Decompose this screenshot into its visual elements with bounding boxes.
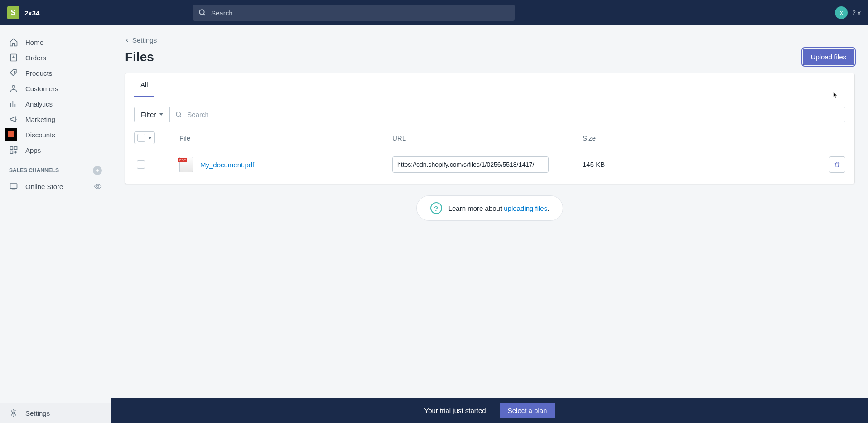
search-icon	[198, 9, 207, 17]
sidebar: Home Orders Products Customers	[0, 25, 111, 423]
sidebar-item-label: Online Store	[25, 183, 63, 190]
svg-line-1	[203, 14, 205, 15]
sidebar-item-label: Apps	[25, 146, 41, 154]
global-search-input[interactable]	[211, 9, 509, 17]
chevron-down-icon	[148, 137, 152, 139]
file-url-input[interactable]	[392, 156, 549, 173]
sidebar-item-online-store[interactable]: Online Store	[0, 179, 111, 194]
sidebar-item-label: Discounts	[25, 131, 55, 139]
column-header-size: Size	[583, 134, 664, 142]
global-search[interactable]	[193, 5, 515, 21]
main-content: Settings Files Upload files All Filter	[111, 25, 868, 423]
chevron-left-icon	[125, 37, 130, 44]
sidebar-item-label: Marketing	[25, 116, 55, 123]
column-header-file: File	[179, 134, 392, 142]
online-store-icon	[9, 182, 18, 191]
breadcrumb[interactable]: Settings	[125, 36, 854, 44]
filter-label: Filter	[141, 111, 156, 118]
analytics-icon	[9, 99, 18, 108]
sidebar-item-label: Orders	[25, 54, 46, 62]
svg-point-4	[12, 85, 15, 88]
sidebar-item-analytics[interactable]: Analytics	[0, 96, 111, 112]
eye-icon	[94, 182, 102, 190]
help-text: Learn more about uploading files.	[448, 204, 550, 212]
tabs: All	[125, 73, 854, 97]
trial-text: Your trial just started	[424, 407, 486, 414]
svg-line-18	[180, 116, 181, 117]
sidebar-item-customers[interactable]: Customers	[0, 81, 111, 96]
svg-rect-8	[10, 147, 13, 150]
sidebar-item-apps[interactable]: Apps	[0, 142, 111, 158]
search-icon	[175, 111, 183, 118]
apps-icon	[9, 146, 18, 155]
table-row: My_document.pdf 145 KB	[125, 150, 854, 184]
upload-files-button[interactable]: Upload files	[803, 49, 854, 65]
svg-point-16	[13, 412, 15, 414]
table-header: File URL Size	[125, 122, 854, 150]
home-icon	[9, 38, 18, 47]
sidebar-item-label: Home	[25, 39, 43, 46]
file-name-link[interactable]: My_document.pdf	[200, 161, 254, 169]
column-header-url: URL	[392, 134, 583, 142]
trial-bar: Your trial just started Select a plan	[111, 398, 868, 423]
trash-icon	[834, 160, 841, 169]
avatar[interactable]: x	[835, 6, 848, 19]
delete-file-button[interactable]	[829, 156, 845, 173]
svg-rect-9	[14, 147, 17, 150]
products-icon	[9, 68, 18, 78]
help-link[interactable]: uploading files	[504, 204, 547, 212]
sidebar-item-label: Analytics	[25, 100, 53, 108]
filter-search[interactable]	[170, 107, 845, 122]
record-indicator-icon	[5, 128, 17, 141]
customers-icon	[9, 84, 18, 93]
sidebar-item-orders[interactable]: Orders	[0, 50, 111, 65]
svg-rect-13	[10, 184, 17, 188]
svg-point-0	[199, 10, 204, 15]
select-plan-button[interactable]: Select a plan	[500, 403, 555, 418]
sidebar-section-sales-channels: SALES CHANNELS	[0, 158, 111, 179]
gear-icon	[9, 408, 18, 418]
sidebar-item-home[interactable]: Home	[0, 34, 111, 50]
tab-all[interactable]: All	[134, 73, 154, 97]
sidebar-item-settings[interactable]: Settings	[0, 403, 111, 423]
marketing-icon	[9, 115, 18, 124]
breadcrumb-label: Settings	[132, 36, 157, 44]
row-checkbox[interactable]	[137, 160, 145, 169]
plus-icon	[95, 168, 100, 173]
user-label[interactable]: 2 x	[852, 9, 861, 16]
sidebar-item-label: Products	[25, 69, 52, 77]
svg-point-17	[176, 112, 180, 116]
view-store-button[interactable]	[94, 182, 102, 190]
sidebar-item-products[interactable]: Products	[0, 65, 111, 81]
orders-icon	[9, 53, 18, 62]
select-all-dropdown[interactable]	[134, 131, 155, 144]
shopify-logo-icon	[7, 6, 19, 19]
sidebar-item-marketing[interactable]: Marketing	[0, 112, 111, 127]
sidebar-section-label: SALES CHANNELS	[9, 167, 59, 174]
add-channel-button[interactable]	[93, 166, 102, 175]
svg-rect-10	[10, 151, 13, 154]
sidebar-item-label: Customers	[25, 85, 58, 92]
topbar: 2x34 x 2 x	[0, 0, 868, 25]
filter-button[interactable]: Filter	[134, 107, 170, 122]
select-all-checkbox[interactable]	[137, 134, 145, 142]
sidebar-item-label: Settings	[25, 409, 50, 417]
pdf-file-icon	[179, 157, 193, 172]
chevron-down-icon	[159, 113, 163, 116]
file-size: 145 KB	[583, 160, 605, 168]
store-name[interactable]: 2x34	[24, 9, 39, 17]
page-title: Files	[125, 50, 154, 64]
help-icon: ?	[430, 202, 442, 214]
filter-search-input[interactable]	[187, 111, 839, 118]
svg-point-15	[97, 185, 99, 188]
svg-point-3	[14, 71, 15, 73]
help-pill: ? Learn more about uploading files.	[416, 195, 564, 221]
files-card: All Filter	[125, 73, 854, 184]
